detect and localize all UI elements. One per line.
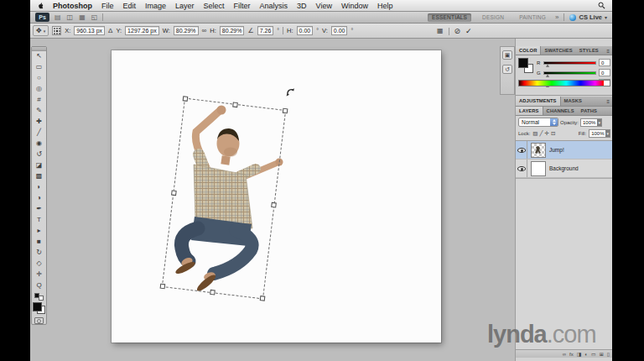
move-tool[interactable]: ↖ bbox=[32, 51, 46, 62]
layer-group-icon[interactable]: ▭ bbox=[591, 352, 596, 357]
layer-row-background[interactable]: Background bbox=[516, 160, 612, 178]
layer-name[interactable]: Jump! bbox=[549, 147, 564, 153]
transform-handle-middle-right[interactable] bbox=[271, 201, 277, 207]
cancel-transform-button[interactable]: ⊘ bbox=[454, 27, 461, 35]
eyedropper-tool[interactable]: ✎ bbox=[32, 106, 46, 117]
menu-item[interactable]: View bbox=[316, 2, 332, 10]
menu-item[interactable]: Select bbox=[204, 2, 225, 10]
blur-tool[interactable]: ◗ bbox=[32, 182, 46, 193]
pen-tool[interactable]: ✒ bbox=[32, 204, 46, 215]
green-value-input[interactable]: 0 bbox=[599, 69, 610, 76]
gradient-tool[interactable]: ▩ bbox=[32, 171, 46, 182]
panel-tab[interactable]: PATHS bbox=[578, 107, 600, 115]
delete-layer-icon[interactable]: ▯ bbox=[607, 352, 610, 357]
apple-menu-icon[interactable] bbox=[37, 2, 44, 9]
spotlight-search-icon[interactable] bbox=[598, 2, 605, 9]
bridge-icon[interactable]: ▤ bbox=[55, 14, 61, 21]
3d-camera-tool[interactable]: ◇ bbox=[32, 259, 46, 269]
menu-item[interactable]: Photoshop bbox=[53, 2, 92, 10]
blend-mode-select[interactable]: Normal bbox=[518, 118, 558, 127]
view-extras-icon[interactable]: ◫ bbox=[67, 14, 74, 21]
transform-handle-top-left[interactable] bbox=[183, 96, 189, 102]
panel-tab[interactable]: SWATCHES bbox=[541, 46, 575, 55]
path-selection-tool[interactable]: ▸ bbox=[32, 226, 46, 237]
crop-tool[interactable]: # bbox=[32, 95, 46, 106]
lock-pixels-icon[interactable]: ╱ bbox=[540, 131, 543, 137]
quick-selection-tool[interactable]: ◎ bbox=[32, 84, 46, 95]
green-slider[interactable] bbox=[543, 71, 596, 75]
red-value-input[interactable]: 0 bbox=[599, 59, 610, 66]
workspace-painting[interactable]: PAINTING bbox=[515, 13, 550, 22]
history-icon[interactable]: ↺ bbox=[502, 65, 512, 74]
menu-item[interactable]: Image bbox=[145, 2, 166, 10]
transform-handle-top-right[interactable] bbox=[283, 108, 288, 114]
foreground-color-swatch[interactable] bbox=[33, 302, 42, 311]
menu-item[interactable]: File bbox=[101, 2, 114, 10]
rotation-input[interactable]: 7.26 bbox=[257, 26, 274, 35]
menu-item[interactable]: Layer bbox=[175, 2, 195, 10]
panel-tab[interactable]: MASKS bbox=[561, 97, 585, 106]
healing-brush-tool[interactable]: ✚ bbox=[32, 117, 46, 128]
transform-handle-bottom-right[interactable] bbox=[260, 296, 266, 301]
maintain-aspect-link-icon[interactable]: ∞ bbox=[202, 28, 207, 34]
tool-preset-picker[interactable]: ✥ ▾ bbox=[33, 25, 49, 36]
panel-tab[interactable]: STYLES bbox=[576, 46, 602, 55]
workspace-essentials[interactable]: ESSENTIALS bbox=[428, 13, 471, 22]
layer-name[interactable]: Background bbox=[549, 165, 579, 171]
layer-thumbnail[interactable] bbox=[531, 143, 546, 158]
lasso-tool[interactable]: ○ bbox=[32, 73, 46, 84]
screen-mode-icon[interactable]: ◱ bbox=[91, 14, 98, 21]
opacity-input[interactable]: 100% ▾ bbox=[580, 118, 602, 127]
panel-menu-icon[interactable]: ≡ bbox=[604, 47, 612, 54]
warp-mode-toggle[interactable]: ▦ bbox=[437, 28, 444, 34]
history-brush-tool[interactable]: ↺ bbox=[32, 149, 46, 160]
transform-handle-top-middle[interactable] bbox=[232, 102, 238, 107]
menu-item[interactable]: Analysis bbox=[260, 2, 288, 10]
arrange-documents-icon[interactable]: ▦ bbox=[79, 14, 86, 21]
3d-rotate-tool[interactable]: ↻ bbox=[32, 248, 46, 259]
workspace-overflow-icon[interactable]: » bbox=[555, 13, 558, 21]
zoom-tool[interactable]: Q bbox=[32, 280, 46, 291]
reference-point-locator[interactable] bbox=[52, 26, 61, 35]
new-layer-icon[interactable]: ⊞ bbox=[600, 352, 604, 357]
cs-live-button[interactable]: CS Live ▾ bbox=[569, 13, 607, 21]
commit-transform-button[interactable]: ✓ bbox=[465, 27, 472, 35]
visibility-cell[interactable] bbox=[516, 141, 527, 159]
color-spectrum-ramp[interactable] bbox=[518, 80, 610, 86]
lock-position-icon[interactable]: ✛ bbox=[544, 131, 548, 137]
visibility-cell[interactable] bbox=[516, 160, 527, 177]
x-input[interactable]: 960.13 px bbox=[74, 26, 105, 35]
transform-handle-bottom-left[interactable] bbox=[160, 284, 166, 290]
canvas-area[interactable] bbox=[30, 39, 515, 361]
menu-item[interactable]: Edit bbox=[123, 2, 137, 10]
menu-item[interactable]: 3D bbox=[297, 2, 307, 10]
height-input[interactable]: 80.29% bbox=[220, 26, 245, 35]
marquee-tool[interactable]: ▭ bbox=[32, 62, 46, 73]
transform-handle-bottom-middle[interactable] bbox=[210, 290, 216, 296]
transform-handle-middle-left[interactable] bbox=[171, 190, 177, 196]
shape-tool[interactable]: ■ bbox=[32, 237, 46, 248]
hand-tool[interactable]: ✛ bbox=[32, 269, 46, 280]
panel-tab[interactable]: CHANNELS bbox=[543, 107, 578, 115]
mini-bridge-icon[interactable]: ▣ bbox=[502, 50, 512, 60]
y-input[interactable]: 1297.26 px bbox=[125, 26, 159, 35]
panel-tab[interactable]: LAYERS bbox=[516, 107, 543, 115]
quick-mask-button[interactable] bbox=[34, 317, 44, 324]
menu-item[interactable]: Help bbox=[377, 2, 393, 10]
menu-item[interactable]: Filter bbox=[234, 2, 251, 10]
panel-tab[interactable]: ADJUSTMENTS bbox=[516, 97, 561, 106]
menu-item[interactable]: Window bbox=[341, 2, 368, 10]
panel-menu-icon[interactable]: ≡ bbox=[604, 97, 612, 104]
width-input[interactable]: 80.29% bbox=[174, 26, 199, 35]
adjustment-layer-icon[interactable]: ◐ bbox=[584, 352, 588, 357]
foreground-color-swatch[interactable] bbox=[518, 58, 528, 68]
lock-all-icon[interactable]: ⊡ bbox=[551, 131, 555, 137]
panel-tab[interactable]: COLOR bbox=[516, 46, 541, 55]
eraser-tool[interactable]: ◪ bbox=[32, 160, 46, 171]
default-colors-icon[interactable] bbox=[34, 293, 44, 301]
relative-positioning-toggle[interactable]: Δ bbox=[108, 28, 112, 34]
layer-row-jump[interactable]: Jump! bbox=[516, 141, 612, 160]
h-skew-input[interactable]: 0.00 bbox=[297, 26, 314, 35]
lock-transparency-icon[interactable]: ▨ bbox=[532, 131, 538, 137]
clone-stamp-tool[interactable]: ◉ bbox=[32, 139, 46, 149]
